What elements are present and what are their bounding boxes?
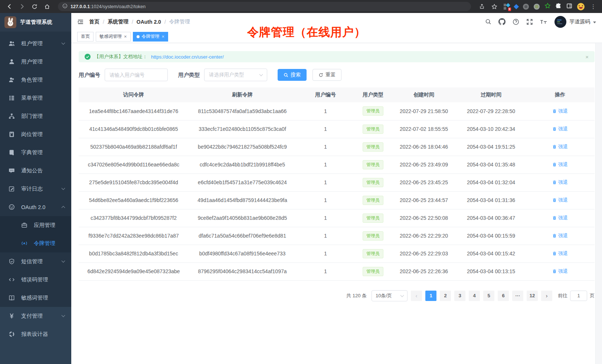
- access-token-cell: 275e5de9151045fe87cbdc395e004f4d: [79, 173, 189, 191]
- reload-icon[interactable]: [30, 2, 39, 11]
- sidebar-item-sms[interactable]: 短信管理: [0, 252, 71, 271]
- breadcrumb-item[interactable]: 系统管理: [108, 19, 128, 25]
- address-bar[interactable]: 127.0.0.1:1024/system/oauth2/token: [58, 2, 471, 11]
- refresh-token-cell: be90422b8c7946218275a508bf524fc9: [189, 138, 296, 156]
- help-icon[interactable]: [513, 19, 519, 25]
- sidebar-item-sensitive[interactable]: 敏感词管理: [0, 289, 71, 307]
- force-logout-button[interactable]: 强退: [552, 268, 568, 275]
- search-button[interactable]: 搜索: [278, 69, 307, 81]
- user-type-select[interactable]: 请选择用户类型: [204, 69, 267, 81]
- prev-page-button[interactable]: ‹: [411, 291, 422, 301]
- profile-avatar-emoji[interactable]: [577, 3, 585, 10]
- sidebar-item-audit[interactable]: 审计日志: [0, 180, 71, 198]
- sidebar-item-oauth-token[interactable]: A令牌管理: [0, 234, 71, 252]
- force-logout-button[interactable]: 强退: [552, 126, 568, 132]
- force-logout-button[interactable]: 强退: [552, 197, 568, 203]
- sidebar-item-tenant[interactable]: 租户管理: [0, 34, 71, 53]
- user-id-cell: 1: [296, 173, 355, 191]
- extension-green-circle-icon[interactable]: [534, 4, 540, 10]
- sidebar-item-post[interactable]: 岗位管理: [0, 125, 71, 143]
- sidebar-fold-icon[interactable]: [77, 19, 84, 25]
- tab-首页[interactable]: 首页: [77, 32, 94, 42]
- font-size-icon[interactable]: [540, 19, 547, 25]
- app-logo[interactable]: 芋道管理系统: [0, 13, 71, 32]
- user-type-badge: 管理员: [363, 196, 383, 205]
- extension-green-star-icon[interactable]: [544, 3, 551, 10]
- next-page-button[interactable]: ›: [541, 291, 552, 301]
- table-row: f9336e7c7dd242a283ee98dc86b17a87dfa6c71a…: [79, 227, 595, 245]
- user-type-cell: 管理员: [355, 245, 391, 262]
- user-id-input[interactable]: [105, 69, 168, 81]
- force-logout-button[interactable]: 强退: [552, 161, 568, 168]
- page-button-5[interactable]: 5: [483, 291, 494, 301]
- bookmark-star-icon[interactable]: [490, 2, 499, 11]
- sidebar-item-menu[interactable]: 菜单管理: [0, 89, 71, 107]
- page-button-4[interactable]: 4: [469, 291, 480, 301]
- page-button-3[interactable]: 3: [454, 291, 465, 301]
- action-cell: 强退: [526, 262, 595, 280]
- home-icon[interactable]: [42, 2, 52, 11]
- expire-time-cell: 2054-03-04 00:13:15: [457, 262, 526, 280]
- alert-close-icon[interactable]: ×: [585, 54, 589, 60]
- close-icon[interactable]: ×: [162, 34, 165, 39]
- tab-敏感词管理[interactable]: 敏感词管理×: [96, 32, 131, 42]
- goto-page-input[interactable]: [570, 291, 587, 301]
- tab-令牌管理[interactable]: 令牌管理×: [133, 32, 169, 42]
- reset-button[interactable]: 重置: [313, 69, 341, 81]
- tab-label: 敏感词管理: [99, 33, 122, 40]
- force-logout-button[interactable]: 强退: [552, 250, 568, 257]
- breadcrumb-item[interactable]: 首页: [89, 19, 99, 25]
- token-icon: A: [21, 240, 27, 247]
- user-id-cell: 1: [296, 102, 355, 120]
- force-logout-button[interactable]: 强退: [552, 179, 568, 186]
- trash-icon: [552, 180, 557, 185]
- site-info-icon[interactable]: [62, 3, 68, 10]
- page-button-1[interactable]: 1: [425, 291, 436, 301]
- breadcrumb-item[interactable]: OAuth 2.0: [137, 19, 161, 25]
- log-icon: [8, 186, 15, 192]
- search-icon[interactable]: [485, 19, 491, 25]
- alert-link[interactable]: https://doc.iocoder.cn/user-center/: [151, 54, 224, 60]
- force-logout-button[interactable]: 强退: [552, 215, 568, 221]
- sidebar-item-oauth2[interactable]: OAuth 2.0: [0, 198, 71, 216]
- force-logout-button[interactable]: 强退: [552, 108, 568, 115]
- extensions-puzzle-icon[interactable]: [556, 3, 562, 10]
- page-size-select[interactable]: 10条/页: [372, 290, 408, 301]
- share-icon[interactable]: [477, 2, 487, 11]
- page-button-12[interactable]: 12: [527, 291, 538, 301]
- sidebar-item-oauth-app[interactable]: 应用管理: [0, 216, 71, 234]
- table-row: 41c41346a548490f9dc8b01c6bfe0865333ecfc7…: [79, 120, 595, 138]
- sidebar-item-dict[interactable]: 字典管理: [0, 143, 71, 162]
- user-type-badge: 管理员: [363, 160, 383, 169]
- user-type-badge: 管理员: [363, 267, 383, 276]
- chevron-up-icon: [62, 206, 65, 210]
- back-icon[interactable]: [4, 2, 14, 11]
- force-logout-button[interactable]: 强退: [552, 143, 568, 150]
- extension-tampermonkey-icon[interactable]: 9: [504, 4, 510, 10]
- fullscreen-icon[interactable]: [526, 19, 533, 25]
- user-type-cell: 管理员: [355, 173, 391, 191]
- user-menu[interactable]: 芋道源码: [554, 16, 596, 28]
- sidebar-item-role[interactable]: 角色管理: [0, 71, 71, 89]
- github-icon[interactable]: [498, 18, 506, 25]
- force-logout-button[interactable]: 强退: [552, 232, 568, 239]
- close-icon[interactable]: ×: [124, 34, 127, 39]
- sidebar-item-errcode[interactable]: 错误码管理: [0, 271, 71, 289]
- org-icon: [8, 113, 15, 120]
- page-button-more[interactable]: ···: [512, 291, 523, 301]
- side-panel-icon[interactable]: [566, 3, 572, 10]
- sidebar-item-user[interactable]: 用户管理: [0, 53, 71, 71]
- active-tab-dot: [137, 35, 140, 38]
- sidebar-item-report[interactable]: 报表设计器: [0, 325, 71, 343]
- extension-dark-circle-icon[interactable]: [523, 4, 529, 10]
- sidebar-item-dept[interactable]: 部门管理: [0, 107, 71, 125]
- forward-icon[interactable]: [17, 2, 27, 11]
- browser-menu-icon[interactable]: ⋮: [589, 3, 598, 10]
- sidebar-item-label: 岗位管理: [21, 131, 43, 138]
- sidebar-item-notice[interactable]: 通知公告: [0, 162, 71, 180]
- page-button-6[interactable]: 6: [498, 291, 509, 301]
- page-button-2[interactable]: 2: [440, 291, 451, 301]
- user-id-cell: 1: [296, 209, 355, 227]
- extension-diamond-icon[interactable]: [514, 4, 519, 9]
- sidebar-item-pay[interactable]: 支付管理: [0, 307, 71, 325]
